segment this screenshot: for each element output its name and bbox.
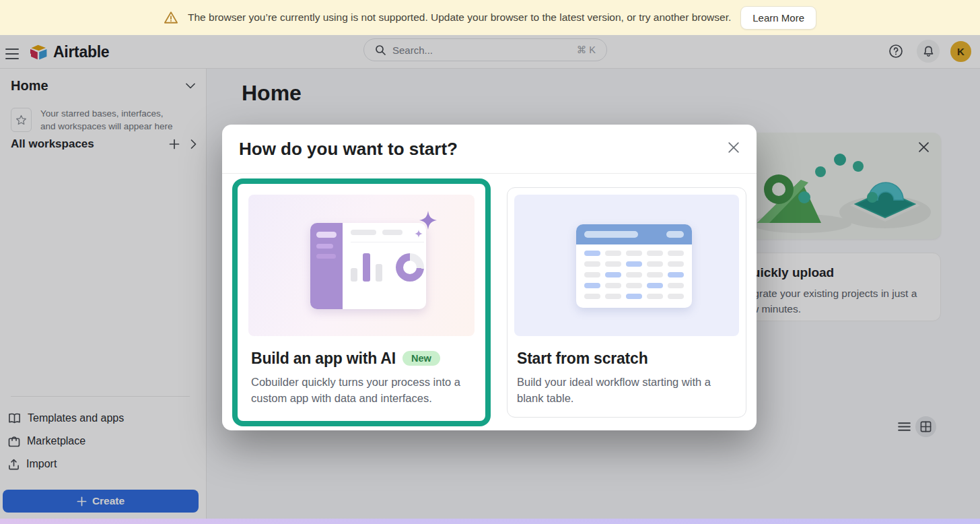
- modal-close-button[interactable]: [728, 142, 739, 156]
- app-window-graphic: [310, 223, 426, 309]
- table-graphic-cell: [626, 261, 642, 267]
- table-graphic-cell: [605, 251, 621, 256]
- table-graphic-cell: [647, 294, 663, 299]
- table-graphic-cell: [668, 261, 684, 267]
- learn-more-button[interactable]: Learn More: [740, 6, 816, 30]
- option-description: Cobuilder quickly turns your process int…: [251, 374, 472, 406]
- table-graphic-cell: [647, 261, 663, 267]
- table-graphic-cell: [605, 283, 621, 288]
- table-graphic-row: [584, 283, 684, 288]
- table-graphic-row: [584, 294, 684, 299]
- airtable-home-page: The browser you’re currently using is no…: [0, 0, 980, 524]
- bottom-accent-strip: [0, 519, 980, 524]
- table-graphic-cell: [584, 283, 600, 288]
- option-start-from-scratch[interactable]: Start from scratch Build your ideal work…: [507, 187, 746, 418]
- table-graphic-cell: [647, 283, 663, 288]
- ai-sparkle-icon: [413, 209, 441, 240]
- modal-title: How do you want to start?: [239, 139, 458, 160]
- table-graphic-cell: [626, 294, 642, 299]
- table-graphic-row: [584, 261, 684, 267]
- modal-body: Build an app with AI New Cobuilder quick…: [222, 174, 757, 430]
- table-graphic-cell: [605, 294, 621, 299]
- table-graphic-cell: [626, 272, 642, 277]
- table-graphic-cell: [668, 283, 684, 288]
- start-modal: How do you want to start?: [222, 125, 757, 430]
- close-icon: [728, 142, 739, 153]
- donut-chart-graphic: [396, 253, 424, 282]
- option-title: Start from scratch: [517, 350, 648, 368]
- table-graphic-cell: [668, 294, 684, 299]
- modal-header: How do you want to start?: [222, 125, 757, 174]
- table-graphic-row: [584, 272, 684, 277]
- table-graphic-cell: [626, 251, 642, 256]
- option-build-with-ai[interactable]: Build an app with AI New Cobuilder quick…: [232, 178, 491, 426]
- table-graphic-cell: [605, 272, 621, 277]
- table-graphic-row: [584, 251, 684, 256]
- ai-app-illustration: [248, 195, 475, 336]
- warning-triangle-icon: [164, 11, 178, 24]
- browser-warning-banner: The browser you’re currently using is no…: [0, 0, 980, 35]
- new-badge: New: [403, 351, 440, 366]
- table-graphic-cell: [647, 251, 663, 256]
- table-graphic-cell: [626, 283, 642, 288]
- table-graphic-cell: [668, 251, 684, 256]
- blank-table-illustration: [514, 195, 739, 336]
- table-graphic-cell: [668, 272, 684, 277]
- table-graphic-cell: [605, 261, 621, 267]
- table-graphic: [576, 224, 692, 308]
- banner-message: The browser you’re currently using is no…: [188, 11, 731, 24]
- option-title: Build an app with AI: [251, 350, 396, 368]
- table-graphic-cell: [584, 251, 600, 256]
- table-graphic-cell: [584, 261, 600, 267]
- table-graphic-cell: [584, 294, 600, 299]
- option-description: Build your ideal workflow starting with …: [517, 374, 736, 406]
- table-graphic-cell: [647, 272, 663, 277]
- table-graphic-cell: [584, 272, 600, 277]
